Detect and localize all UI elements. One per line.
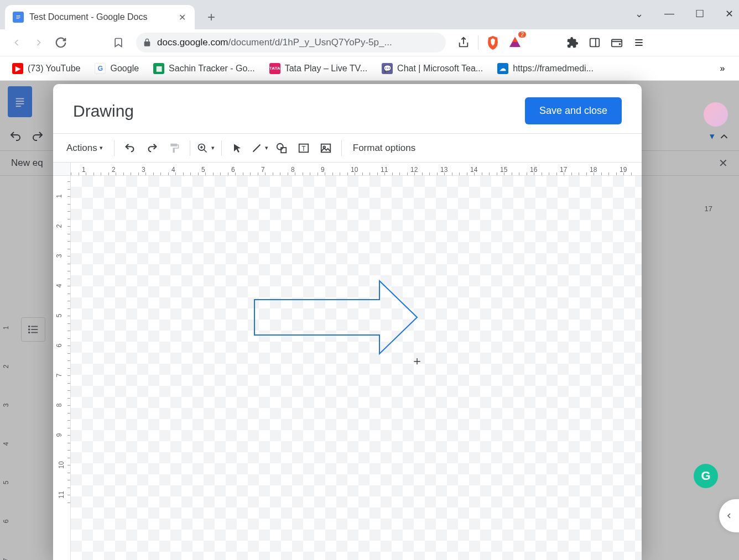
ruler-tick: 5 [201, 166, 205, 174]
docs-favicon [13, 12, 24, 23]
undo-icon[interactable] [9, 130, 22, 143]
zoom-menu[interactable]: ▾ [196, 138, 216, 158]
reload-button[interactable] [51, 33, 71, 53]
ruler-tick: 3 [55, 254, 63, 258]
browser-tab-strip: Test Document - Google Docs ✕ + ⌄ — ☐ ✕ [0, 0, 739, 29]
bookmark-label: Sachin Tracker - Go... [169, 64, 255, 74]
svg-point-22 [29, 332, 30, 333]
format-options-label: Format options [353, 143, 415, 154]
svg-rect-2 [17, 18, 19, 19]
vertical-ruler[interactable]: 1234567891011 [53, 176, 71, 560]
sidepanel-icon[interactable] [585, 33, 605, 53]
grammarly-icon[interactable]: G [694, 464, 718, 488]
bookmark-item[interactable]: 💬Chat | Microsoft Tea... [376, 60, 488, 77]
bookmarks-bar: ▶(73) YouTube GGoogle ▦Sachin Tracker - … [0, 56, 739, 81]
bookmark-label: (73) YouTube [28, 64, 80, 74]
line-tool-icon[interactable]: ▾ [249, 138, 269, 158]
user-avatar[interactable] [704, 102, 728, 127]
close-equation-icon[interactable]: ✕ [719, 156, 728, 170]
shape-tool-icon[interactable] [272, 138, 292, 158]
bookmark-label: https://framedmedi... [513, 64, 594, 74]
maximize-icon[interactable]: ☐ [695, 8, 704, 20]
svg-rect-0 [17, 15, 20, 16]
dialog-title: Drawing [73, 102, 134, 121]
bookmark-item[interactable]: TATATata Play – Live TV... [264, 60, 373, 77]
bookmark-item[interactable]: ▦Sachin Tracker - Go... [148, 60, 261, 77]
wallet-icon[interactable] [607, 33, 627, 53]
paint-format-icon[interactable] [164, 138, 184, 158]
redo-icon[interactable] [31, 130, 44, 143]
window-controls: ⌄ — ☐ ✕ [635, 8, 733, 20]
minimize-icon[interactable]: — [664, 8, 674, 20]
svg-point-20 [29, 326, 30, 327]
textbox-tool-icon[interactable]: T [294, 138, 314, 158]
ruler-tick: 4 [55, 284, 63, 288]
brave-rewards-icon[interactable]: 2 [505, 33, 525, 53]
svg-text:T: T [301, 144, 305, 152]
new-tab-button[interactable]: + [201, 7, 221, 27]
extensions-icon[interactable] [563, 33, 582, 53]
close-window-icon[interactable]: ✕ [725, 8, 733, 20]
docs-vertical-ruler: 1 2 3 4 5 6 7 8 [0, 291, 17, 560]
svg-point-9 [620, 44, 621, 45]
back-button[interactable] [7, 33, 27, 53]
select-tool-icon[interactable] [227, 138, 247, 158]
bookmark-item[interactable]: ▶(73) YouTube [7, 60, 86, 77]
svg-rect-29 [281, 148, 286, 153]
chevron-down-icon[interactable]: ⌄ [635, 8, 643, 20]
horizontal-ruler[interactable]: 12345678910111213141516171819 [71, 163, 642, 176]
svg-rect-1 [17, 17, 20, 18]
ruler-tick: 3 [142, 166, 145, 174]
actions-label: Actions [66, 143, 97, 154]
bookmark-label: Tata Play – Live TV... [285, 64, 367, 74]
bookmark-label: Google [110, 64, 139, 74]
undo-icon[interactable] [120, 138, 140, 158]
address-bar[interactable]: docs.google.com/document/d/1hP_y_UsnQ7Yo… [136, 33, 446, 53]
svg-line-27 [253, 144, 260, 151]
drawing-toolbar: Actions▾ ▾ ▾ T Format options [53, 134, 642, 163]
equation-bar-label: New eq [11, 158, 43, 169]
ruler-tick: 2 [55, 224, 63, 228]
brave-shields-icon[interactable] [483, 33, 503, 53]
crosshair-cursor-icon: ＋ [411, 353, 423, 369]
menu-icon[interactable] [629, 33, 649, 53]
svg-rect-14 [16, 101, 24, 102]
svg-point-28 [277, 143, 283, 149]
forward-button[interactable] [29, 33, 49, 53]
image-tool-icon[interactable] [316, 138, 336, 158]
rewards-badge: 2 [518, 32, 526, 38]
ruler-tick: 1 [55, 195, 63, 198]
bookmark-item[interactable]: GGoogle [89, 60, 144, 77]
browser-tab[interactable]: Test Document - Google Docs ✕ [5, 5, 195, 29]
collapse-icon[interactable] [718, 130, 730, 143]
bookmark-label: Chat | Microsoft Tea... [397, 64, 483, 74]
outline-icon[interactable] [21, 317, 45, 342]
ruler-tick: 4 [171, 166, 175, 174]
svg-marker-5 [512, 37, 518, 42]
svg-rect-8 [612, 40, 622, 47]
ruler-tick: 5 [55, 314, 63, 318]
tab-close-icon[interactable]: ✕ [177, 12, 187, 22]
bookmarks-overflow-icon[interactable]: » [712, 59, 732, 78]
docs-logo-icon[interactable] [8, 86, 32, 117]
share-icon[interactable] [454, 33, 473, 53]
redo-icon[interactable] [142, 138, 162, 158]
ruler-tick: 7 [55, 374, 63, 378]
ruler-tick: 9 [55, 433, 63, 437]
svg-rect-16 [16, 106, 21, 107]
svg-rect-15 [16, 103, 24, 104]
drawing-dialog: Drawing Save and close Actions▾ ▾ ▾ T Fo… [53, 84, 642, 560]
bookmark-icon[interactable] [108, 33, 128, 53]
svg-rect-13 [16, 98, 24, 99]
format-options-button[interactable]: Format options [347, 139, 421, 157]
right-arrow-shape[interactable] [253, 279, 419, 356]
ruler-tick: 2 [112, 166, 116, 174]
ruler-tick: 8 [55, 404, 63, 407]
svg-rect-32 [321, 144, 331, 152]
save-and-close-button[interactable]: Save and close [525, 97, 622, 124]
actions-menu[interactable]: Actions▾ [61, 139, 108, 157]
svg-rect-6 [590, 39, 600, 47]
url-text: docs.google.com/document/d/1hP_y_UsnQ7Yo… [157, 37, 392, 48]
drawing-canvas[interactable]: ＋ [71, 176, 642, 560]
bookmark-item[interactable]: ☁https://framedmedi... [492, 60, 599, 77]
